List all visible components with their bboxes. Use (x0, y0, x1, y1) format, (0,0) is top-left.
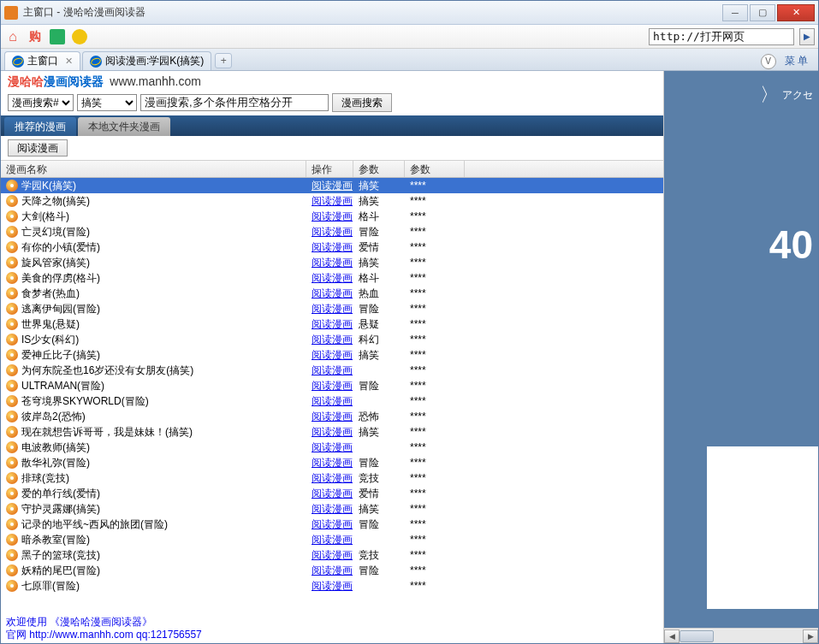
search-category-select[interactable]: 搞笑 (77, 94, 137, 111)
close-tab-icon[interactable]: ✕ (65, 56, 73, 67)
url-input[interactable] (649, 28, 794, 45)
disc-icon (6, 518, 18, 530)
table-row[interactable]: 食梦者(热血)阅读漫画热血**** (1, 286, 663, 301)
maximize-button[interactable]: ▢ (750, 4, 775, 21)
read-link[interactable]: 阅读漫画 (306, 440, 353, 455)
scroll-left-button[interactable]: ◀ (664, 629, 680, 643)
table-row[interactable]: ULTRAMAN(冒险)阅读漫画冒险**** (1, 378, 663, 393)
footer-line2[interactable]: 官网 http://www.manhh.com qq:121756557 (6, 629, 658, 641)
read-link[interactable]: 阅读漫画 (306, 271, 353, 286)
app-icon (4, 6, 18, 20)
read-link[interactable]: 阅读漫画 (306, 333, 353, 347)
search-button[interactable]: 漫画搜索 (332, 93, 392, 112)
read-link[interactable]: 阅读漫画 (306, 302, 353, 316)
read-link[interactable]: 阅读漫画 (306, 471, 353, 486)
read-link[interactable]: 阅读漫画 (306, 502, 353, 517)
side-header[interactable]: 〉 アクセ (664, 71, 818, 119)
read-link[interactable]: 阅读漫画 (306, 179, 353, 193)
table-row[interactable]: 守护灵露娜(搞笑)阅读漫画搞笑**** (1, 501, 663, 517)
read-link[interactable]: 阅读漫画 (306, 394, 353, 409)
table-row[interactable]: 排球(竞技)阅读漫画竞技**** (1, 470, 663, 486)
smiley-icon[interactable] (71, 28, 88, 45)
table-row[interactable]: 逃离伊甸园(冒险)阅读漫画冒险**** (1, 301, 663, 316)
v-icon[interactable]: V (761, 54, 776, 69)
read-link[interactable]: 阅读漫画 (306, 363, 353, 378)
table-row[interactable]: 亡灵幻境(冒险)阅读漫画冒险**** (1, 224, 663, 239)
table-row[interactable]: 美食的俘虏(格斗)阅读漫画格斗**** (1, 270, 663, 286)
read-link[interactable]: 阅读漫画 (306, 194, 353, 209)
table-row[interactable]: 黑子的篮球(竞技)阅读漫画竞技**** (1, 547, 663, 563)
table-row[interactable]: 爱神丘比子(搞笑)阅读漫画搞笑**** (1, 347, 663, 363)
read-link[interactable]: 阅读漫画 (306, 317, 353, 332)
read-link[interactable]: 阅读漫画 (306, 564, 353, 578)
th-param1[interactable]: 参数 (353, 161, 405, 177)
read-link[interactable]: 阅读漫画 (306, 240, 353, 255)
table-body[interactable]: 学园K(搞笑)阅读漫画搞笑****天降之物(搞笑)阅读漫画搞笑****大剑(格斗… (1, 178, 663, 614)
table-row[interactable]: 爱的单行线(爱情)阅读漫画爱情**** (1, 486, 663, 501)
table-row[interactable]: 天降之物(搞笑)阅读漫画搞笑**** (1, 193, 663, 209)
read-link[interactable]: 阅读漫画 (306, 379, 353, 393)
table-row[interactable]: 有你的小镇(爱情)阅读漫画爱情**** (1, 239, 663, 255)
th-param2[interactable]: 参数 (405, 161, 465, 177)
scroll-track[interactable] (680, 629, 803, 643)
read-link[interactable]: 阅读漫画 (306, 579, 353, 594)
add-tab-button[interactable]: + (215, 53, 232, 68)
table-row[interactable]: 旋风管家(搞笑)阅读漫画搞笑**** (1, 255, 663, 270)
tab-main-window[interactable]: 主窗口 ✕ (4, 51, 80, 70)
table-row[interactable]: 大剑(格斗)阅读漫画格斗**** (1, 209, 663, 224)
main-panel: 漫哈哈漫画阅读器 www.manhh.com 漫画搜索# 搞笑 漫画搜索 推荐的… (1, 71, 664, 643)
table-row[interactable]: 彼岸岛2(恐怖)阅读漫画恐怖**** (1, 409, 663, 424)
horizontal-scrollbar[interactable]: ◀ ▶ (664, 628, 818, 643)
titlebar[interactable]: 主窗口 - 漫哈哈漫画阅读器 ─ ▢ ✕ (1, 1, 818, 25)
category-cell: 恐怖 (353, 410, 405, 424)
home-icon[interactable]: ⌂ (4, 28, 21, 45)
menu-button[interactable]: 菜 单 (781, 52, 811, 70)
table-row[interactable]: 散华礼弥(冒险)阅读漫画冒险**** (1, 455, 663, 470)
table-row[interactable]: 现在就想告诉哥哥，我是妹妹！(搞笑)阅读漫画搞笑**** (1, 424, 663, 440)
side-header-text: アクセ (782, 88, 813, 103)
tab-local-folder[interactable]: 本地文件夹漫画 (78, 117, 170, 136)
table-row[interactable]: IS少女(科幻)阅读漫画科幻**** (1, 332, 663, 347)
stars-cell: **** (405, 241, 465, 253)
read-link[interactable]: 阅读漫画 (306, 517, 353, 532)
buy-button[interactable]: 购 (27, 28, 44, 45)
footer-line1[interactable]: 欢迎使用 《漫哈哈漫画阅读器》 (6, 616, 658, 629)
read-link[interactable]: 阅读漫画 (306, 410, 353, 424)
comic-name: 苍穹境界SKYWORLD(冒险) (21, 394, 149, 409)
tab-reader[interactable]: 阅读漫画:学园K(搞笑) (82, 51, 211, 70)
read-link[interactable]: 阅读漫画 (306, 225, 353, 239)
read-link[interactable]: 阅读漫画 (306, 210, 353, 224)
go-button[interactable]: ▶ (799, 28, 815, 45)
table-row[interactable]: 电波教师(搞笑)阅读漫画**** (1, 440, 663, 455)
th-action[interactable]: 操作 (306, 161, 353, 177)
scroll-right-button[interactable]: ▶ (803, 629, 818, 643)
th-name[interactable]: 漫画名称 (1, 161, 306, 177)
read-link[interactable]: 阅读漫画 (306, 456, 353, 470)
read-link[interactable]: 阅读漫画 (306, 487, 353, 501)
scroll-thumb[interactable] (680, 630, 714, 642)
app-square-icon[interactable] (49, 28, 66, 45)
read-link[interactable]: 阅读漫画 (306, 348, 353, 363)
table-row[interactable]: 为何东院圣也16岁还没有女朋友(搞笑)阅读漫画**** (1, 363, 663, 378)
table-row[interactable]: 苍穹境界SKYWORLD(冒险)阅读漫画**** (1, 393, 663, 409)
disc-icon (6, 503, 18, 515)
table-row[interactable]: 学园K(搞笑)阅读漫画搞笑**** (1, 178, 663, 193)
tab-recommended[interactable]: 推荐的漫画 (4, 117, 76, 136)
read-link[interactable]: 阅读漫画 (306, 287, 353, 301)
read-link[interactable]: 阅读漫画 (306, 533, 353, 547)
disc-icon (6, 257, 18, 269)
read-link[interactable]: 阅读漫画 (306, 256, 353, 270)
table-row[interactable]: 记录的地平线~西风的旅团(冒险)阅读漫画冒险**** (1, 517, 663, 532)
brand-text-1: 漫哈哈 (8, 74, 44, 88)
read-link[interactable]: 阅读漫画 (306, 548, 353, 563)
search-input[interactable] (140, 94, 329, 111)
table-row[interactable]: 妖精的尾巴(冒险)阅读漫画冒险**** (1, 563, 663, 578)
search-type-select[interactable]: 漫画搜索# (8, 94, 74, 111)
table-row[interactable]: 暗杀教室(冒险)阅读漫画**** (1, 532, 663, 547)
table-row[interactable]: 七原罪(冒险)阅读漫画**** (1, 578, 663, 594)
table-row[interactable]: 世界鬼(悬疑)阅读漫画悬疑**** (1, 316, 663, 332)
minimize-button[interactable]: ─ (722, 4, 748, 21)
read-comic-button[interactable]: 阅读漫画 (8, 139, 68, 157)
close-button[interactable]: ✕ (777, 4, 815, 21)
read-link[interactable]: 阅读漫画 (306, 425, 353, 440)
